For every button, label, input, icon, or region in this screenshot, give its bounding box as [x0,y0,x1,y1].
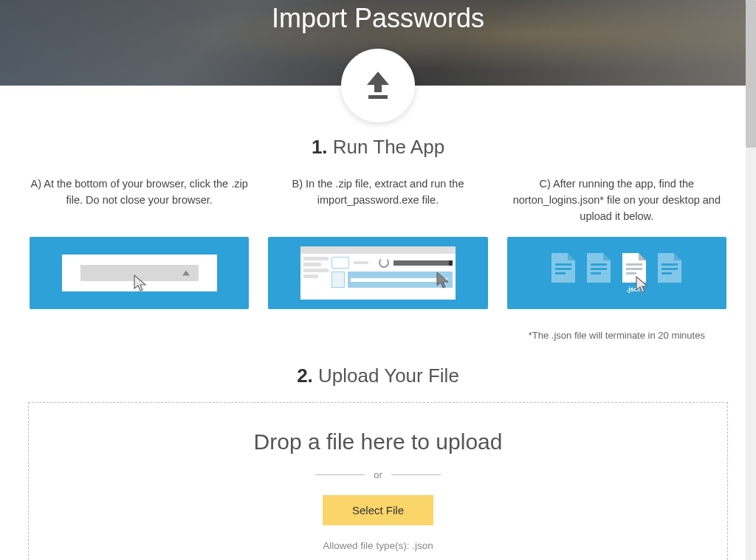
instruction-c-text: C) After running the app, find the norto… [507,176,726,227]
allowed-types-text: Allowed file type(s): .json [29,540,727,551]
step-1-num: 1. [312,136,328,158]
step-2-num: 2. [297,364,313,387]
instruction-a-text: A) At the bottom of your browser, click … [30,176,249,227]
or-divider: or [315,469,441,480]
illustration-c: .json [507,237,726,309]
illustration-a [30,237,249,309]
select-file-button[interactable]: Select File [323,495,433,525]
illustration-b: × [268,237,487,309]
json-footnote: *The .json file will terminate in 20 min… [507,330,726,341]
upload-arrow-icon [361,69,395,103]
step-2-heading: 2. Upload Your File [0,364,756,387]
instruction-col-a: A) At the bottom of your browser, click … [30,176,249,341]
svg-rect-0 [368,95,388,99]
cursor-icon [634,275,652,296]
step-1-label: Run The App [333,136,444,158]
file-dropzone[interactable]: Drop a file here to upload or Select Fil… [28,402,728,560]
page-title: Import Passwords [272,3,484,34]
upload-circle-icon [341,49,415,122]
drop-title: Drop a file here to upload [29,429,727,454]
instruction-columns: A) At the bottom of your browser, click … [0,159,756,341]
instruction-b-text: B) In the .zip file, extract and run the… [268,176,487,227]
instruction-col-b: B) In the .zip file, extract and run the… [268,176,487,341]
scrollbar[interactable] [746,0,756,560]
scrollbar-thumb[interactable] [746,0,756,148]
step-2-label: Upload Your File [318,364,459,387]
step-1-heading: 1. Run The App [0,136,756,159]
instruction-col-c: C) After running the app, find the norto… [507,176,726,341]
cursor-icon [435,271,453,291]
cursor-icon [132,274,150,294]
